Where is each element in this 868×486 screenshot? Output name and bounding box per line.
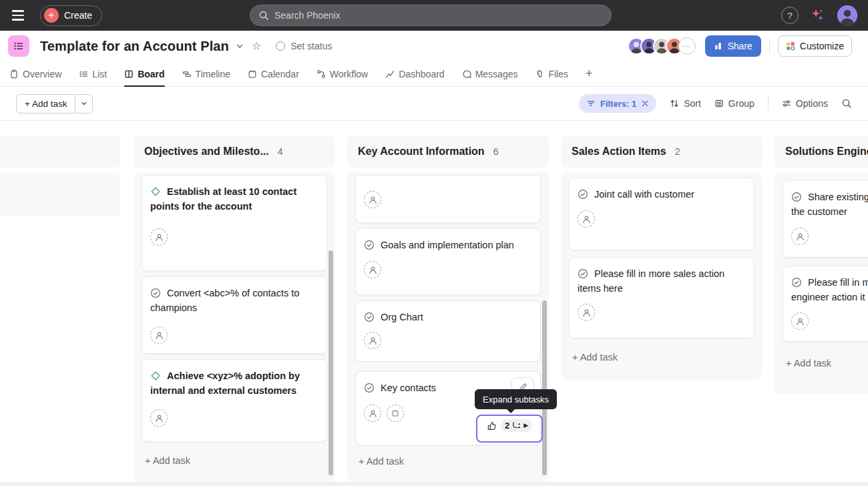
task-title: Establish at least 10 contact points for… [150, 184, 318, 214]
add-task-row[interactable]: + Add task [783, 358, 868, 369]
tab-calendar[interactable]: Calendar [248, 61, 299, 86]
add-task-dropdown[interactable] [75, 95, 92, 113]
assignee-placeholder[interactable] [791, 312, 809, 330]
search-bar[interactable] [250, 5, 612, 26]
check-circle-icon [150, 288, 161, 298]
page-title[interactable]: Template for an Account Plan [40, 39, 229, 54]
task-title: Achieve <xyz>% adoption by internal and … [150, 369, 318, 398]
column-scrollbar[interactable] [329, 250, 333, 475]
subtask-count: 2 [505, 421, 509, 431]
tab-messages[interactable]: Messages [462, 61, 518, 86]
user-avatar[interactable] [837, 5, 857, 25]
assignee-placeholder[interactable] [364, 405, 381, 422]
member-avatars: ··· [628, 37, 696, 55]
more-members-button[interactable]: ··· [678, 37, 696, 55]
column-sales-actions: Sales Action Items 2 Joint call with cus… [561, 136, 763, 380]
task-card[interactable]: Please fill in m engineer action it [783, 266, 868, 342]
tab-overview[interactable]: Overview [9, 61, 61, 86]
tab-dashboard[interactable]: Dashboard [385, 61, 445, 86]
add-task-row[interactable]: + Add task [569, 352, 754, 362]
assignee-placeholder[interactable] [150, 228, 168, 246]
assignee-placeholder[interactable] [364, 332, 381, 349]
add-task-row[interactable]: + Add task [142, 455, 327, 466]
share-button[interactable]: Share [705, 35, 761, 57]
column-body: Joint call with customer Please fill in … [561, 172, 763, 380]
assignee-placeholder[interactable] [791, 228, 809, 245]
column-header[interactable]: Key Account Information 6 [347, 136, 549, 168]
tab-board[interactable]: Board [124, 61, 164, 86]
tab-timeline[interactable]: Timeline [182, 61, 230, 86]
expand-subtasks-button[interactable]: 2 ▶ [501, 419, 532, 432]
paperclip-icon [535, 69, 544, 79]
task-card[interactable]: Goals and implementation plan [355, 228, 541, 295]
assignee-placeholder[interactable] [150, 326, 168, 344]
board-icon [124, 69, 134, 79]
tab-workflow[interactable]: Workflow [316, 61, 368, 86]
task-title: Org Chart [364, 310, 532, 324]
filters-label: Filters: 1 [600, 99, 636, 109]
due-date-placeholder[interactable] [387, 405, 404, 422]
task-title: Please fill in more sales action items h… [578, 266, 746, 296]
task-title: Please fill in m engineer action it [791, 275, 868, 304]
options-button[interactable]: Options [782, 98, 828, 109]
column-header[interactable] [0, 136, 120, 168]
column-header[interactable]: Solutions Enginee [775, 136, 868, 168]
add-task-button[interactable]: + Add task [17, 95, 75, 113]
list-icon [79, 69, 88, 79]
sort-button[interactable]: Sort [670, 98, 701, 109]
add-task-row[interactable]: + Add task [355, 456, 541, 467]
task-card[interactable]: Establish at least 10 contact points for… [142, 175, 327, 271]
customize-label: Customize [800, 41, 844, 51]
task-card[interactable]: Org Chart [355, 300, 541, 362]
customize-icon [786, 41, 795, 51]
task-card[interactable]: Share existing the customer [783, 180, 868, 258]
plus-icon: + [586, 67, 593, 81]
task-card[interactable] [355, 175, 541, 223]
task-title: Goals and implementation plan [364, 238, 532, 252]
milestone-icon [150, 186, 161, 197]
toolbar-right: Filters: 1 Sort Group Options [579, 94, 852, 113]
search-tasks-button[interactable] [841, 98, 852, 109]
assignee-placeholder[interactable] [578, 210, 595, 228]
assignee-placeholder[interactable] [364, 261, 381, 278]
chevron-down-icon[interactable] [236, 42, 244, 50]
project-list-icon[interactable] [8, 35, 29, 57]
check-circle-icon [791, 192, 802, 202]
assignee-placeholder[interactable] [150, 409, 168, 427]
column-scrollbar[interactable] [542, 300, 547, 475]
star-icon[interactable]: ☆ [252, 41, 261, 51]
group-button[interactable]: Group [714, 98, 754, 109]
menu-icon[interactable] [11, 6, 29, 25]
filters-chip[interactable]: Filters: 1 [579, 94, 656, 113]
horizontal-scroll-track[interactable] [0, 482, 868, 486]
subtasks-icon [511, 421, 521, 431]
divider [769, 38, 770, 54]
share-label: Share [728, 41, 752, 51]
column-header[interactable]: Objectives and Milesto... 4 [134, 136, 335, 168]
ai-sparkles-icon[interactable] [811, 8, 825, 23]
help-button[interactable]: ? [781, 7, 799, 24]
column-header[interactable]: Sales Action Items 2 [561, 136, 763, 168]
divider [768, 97, 769, 110]
calendar-icon [248, 69, 257, 79]
tab-list[interactable]: List [79, 61, 107, 86]
search-input[interactable] [274, 10, 603, 21]
task-count: 2 [675, 146, 680, 157]
close-icon[interactable] [642, 100, 648, 107]
assignee-placeholder[interactable] [578, 304, 595, 321]
like-button[interactable] [487, 419, 497, 431]
tab-files[interactable]: Files [535, 61, 568, 86]
tab-add-view[interactable]: + [586, 61, 593, 86]
task-count: 6 [493, 146, 499, 157]
task-card[interactable]: Achieve <xyz>% adoption by internal and … [142, 359, 327, 442]
subtask-controls-focus[interactable]: 2 ▶ [476, 415, 543, 443]
create-button[interactable]: + Create [40, 5, 102, 26]
set-status-button[interactable]: Set status [276, 41, 332, 51]
search-icon [841, 98, 852, 109]
task-card[interactable]: Joint call with customer [569, 178, 754, 250]
customize-button[interactable]: Customize [778, 35, 852, 57]
task-card[interactable]: Please fill in more sales action items h… [569, 257, 754, 338]
search-icon [258, 10, 269, 21]
assignee-placeholder[interactable] [364, 191, 381, 208]
task-card[interactable]: Convert <abc>% of contacts to champions [142, 276, 327, 354]
